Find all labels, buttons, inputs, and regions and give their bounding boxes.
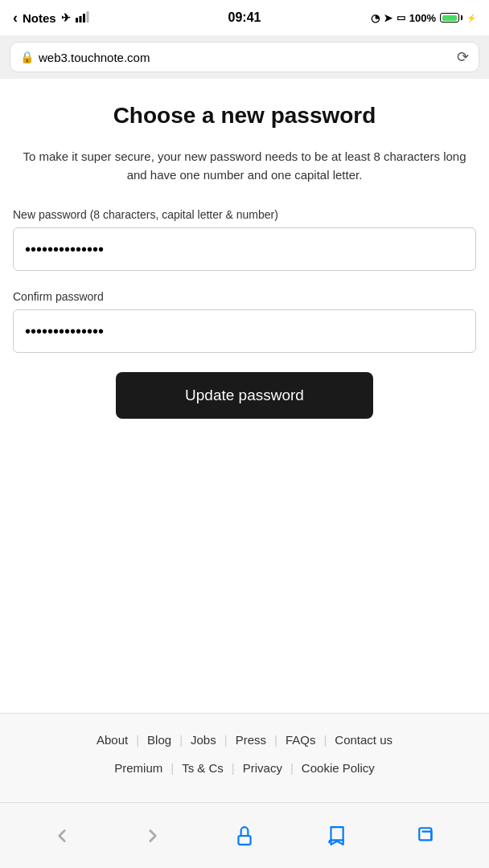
browser-back-button[interactable] <box>44 818 80 854</box>
browser-bookmarks-button[interactable] <box>318 818 354 854</box>
confirm-password-input[interactable] <box>13 309 476 353</box>
page-description: To make it super secure, your new passwo… <box>13 148 476 184</box>
address-bar-container: 🔒 web3.touchnote.com ⟳ <box>0 35 489 79</box>
browser-bottom-nav <box>0 802 489 868</box>
svg-rect-4 <box>238 836 250 845</box>
main-content: Choose a new password To make it super s… <box>0 79 489 713</box>
footer-about[interactable]: About <box>88 730 136 750</box>
spacer <box>13 419 476 451</box>
address-bar-left: 🔒 web3.touchnote.com <box>20 51 150 64</box>
page-title: Choose a new password <box>13 103 476 129</box>
status-left: ‹ Notes ✈ <box>13 10 90 27</box>
svg-rect-3 <box>86 11 88 23</box>
footer-privacy[interactable]: Privacy <box>235 758 290 778</box>
confirm-password-label: Confirm password <box>13 290 476 303</box>
reload-button[interactable]: ⟳ <box>457 48 469 66</box>
footer-cookie[interactable]: Cookie Policy <box>294 758 383 778</box>
navigation-icon: ➤ <box>384 12 392 24</box>
browser-forward-button[interactable] <box>135 818 171 854</box>
footer-row-2: Premium | Ts & Cs | Privacy | Cookie Pol… <box>8 758 481 778</box>
airplane-icon: ✈ <box>61 11 71 24</box>
footer-press[interactable]: Press <box>228 730 274 750</box>
screen-icon: ▭ <box>397 12 405 23</box>
svg-rect-2 <box>83 14 85 23</box>
svg-rect-5 <box>419 828 431 840</box>
footer-jobs[interactable]: Jobs <box>183 730 224 750</box>
new-password-group: New password (8 characters, capital lett… <box>13 208 476 271</box>
notes-back-label[interactable]: Notes <box>23 11 56 25</box>
status-time: 09:41 <box>228 10 261 25</box>
charging-icon: ⚡ <box>466 14 476 23</box>
status-right: ◔ ➤ ▭ 100% ⚡ <box>371 12 476 24</box>
battery-icon <box>440 13 462 23</box>
svg-rect-0 <box>76 18 78 23</box>
back-arrow-icon[interactable]: ‹ <box>13 10 18 27</box>
confirm-password-group: Confirm password <box>13 290 476 353</box>
update-password-button[interactable]: Update password <box>116 372 373 419</box>
svg-rect-1 <box>79 16 81 23</box>
status-bar: ‹ Notes ✈ 09:41 ◔ ➤ ▭ 100% ⚡ <box>0 0 489 35</box>
signal-icon <box>76 11 90 25</box>
battery-percent: 100% <box>409 12 436 24</box>
lock-icon: 🔒 <box>20 51 34 63</box>
browser-tabs-button[interactable] <box>409 818 445 854</box>
new-password-label: New password (8 characters, capital lett… <box>13 208 476 221</box>
footer-contact[interactable]: Contact us <box>327 730 401 750</box>
location-icon: ◔ <box>371 12 380 24</box>
footer-row-1: About | Blog | Jobs | Press | FAQs | Con… <box>8 730 481 750</box>
footer: About | Blog | Jobs | Press | FAQs | Con… <box>0 713 489 802</box>
footer-blog[interactable]: Blog <box>139 730 179 750</box>
footer-faqs[interactable]: FAQs <box>277 730 324 750</box>
browser-share-button[interactable] <box>227 818 262 854</box>
footer-premium[interactable]: Premium <box>106 758 171 778</box>
address-bar[interactable]: 🔒 web3.touchnote.com ⟳ <box>10 42 479 72</box>
url-text: web3.touchnote.com <box>39 51 150 64</box>
footer-ts-cs[interactable]: Ts & Cs <box>174 758 232 778</box>
new-password-input[interactable] <box>13 227 476 271</box>
